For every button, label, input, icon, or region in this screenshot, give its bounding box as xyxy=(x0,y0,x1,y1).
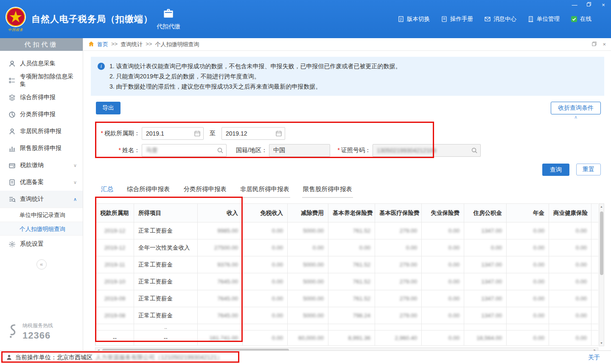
brand: 中国税务 自然人电子税务局（扣缴端） xyxy=(3,6,153,32)
nationality-input[interactable]: 中国 xyxy=(269,144,330,157)
home-icon xyxy=(88,41,94,48)
topnav-item[interactable]: 在线 xyxy=(571,15,591,23)
topnav-item[interactable]: 操作手册 xyxy=(441,15,473,23)
name-input[interactable]: 马蕾 xyxy=(142,144,227,157)
table-clip: 税款所属期所得项目收入免税收入减除费用基本养老保险费基本医疗保险费失业保险费住房… xyxy=(95,203,598,346)
cell-income-item: 正常工资薪金 xyxy=(134,290,198,307)
sidebar-item[interactable]: 分类所得申报 xyxy=(0,106,83,123)
horizontal-scroll-thumb[interactable] xyxy=(102,349,289,350)
cell-value: 0.00 xyxy=(549,239,591,256)
cell-period: 2019-12 xyxy=(96,239,134,256)
phone-icon xyxy=(7,323,19,340)
restore-button[interactable] xyxy=(586,2,592,8)
tab-item[interactable]: 汇总 xyxy=(100,185,114,198)
cell-value: 1347.00 xyxy=(464,222,507,239)
tab-item[interactable]: 限售股所得申报表 xyxy=(302,185,353,198)
scroll-up-arrow[interactable]: ▲ xyxy=(600,205,603,208)
period-end-input[interactable]: 2019.12 xyxy=(221,127,285,140)
calendar-icon[interactable] xyxy=(194,130,201,137)
chevron-up-icon: ∧ xyxy=(574,115,577,119)
window-controls: — × xyxy=(571,2,607,8)
cell-value: 0.00 xyxy=(549,307,591,324)
fold-wrap: 收折查询条件 ∧ xyxy=(551,102,601,119)
scroll-right-arrow[interactable]: ▶ xyxy=(594,349,596,351)
topnav-item[interactable]: 消息中心 xyxy=(484,15,516,23)
sidebar-item[interactable]: 查询统计∧ xyxy=(0,191,83,208)
cell-partial xyxy=(422,324,464,331)
cell-total-value: 60,000.00 xyxy=(288,331,328,346)
sidebar-item[interactable]: 专项附加扣除信息采集 xyxy=(0,72,83,89)
column-header: 失业保险费 xyxy=(422,204,464,222)
sidebar-subitem[interactable]: 个人扣缴明细查询 xyxy=(0,222,83,236)
sidebar-item[interactable]: 人员信息采集 xyxy=(0,55,83,72)
briefcase-icon xyxy=(163,8,174,20)
notice-box: i 1. 该查询统计表仅能查询已申报成功的数据，不包含未申报、申报失败，已申报但… xyxy=(91,57,604,96)
person-icon xyxy=(6,354,12,361)
tab-withholding-module[interactable]: 代扣代缴 xyxy=(149,8,188,31)
breadcrumb-item[interactable]: 个人扣缴明细查询 xyxy=(155,41,199,48)
topnav-item[interactable]: 版本切换 xyxy=(398,15,430,23)
calendar-icon[interactable] xyxy=(275,130,282,137)
search-icon[interactable] xyxy=(217,147,224,154)
table-total-row: ----161,741.000.0060,000.008,991.362,960… xyxy=(96,331,599,346)
id-number-input[interactable]: 130502199304212109 xyxy=(373,144,481,157)
sidebar-item[interactable]: 限售股所得申报 xyxy=(0,140,83,157)
scroll-left-arrow[interactable]: ◀ xyxy=(97,349,99,351)
about-link[interactable]: 关于 xyxy=(588,354,600,361)
to-label: 至 xyxy=(210,130,216,137)
cell-partial xyxy=(243,324,288,331)
sidebar-item[interactable]: 优惠备案∨ xyxy=(0,174,83,191)
scroll-down-arrow[interactable]: ▼ xyxy=(600,342,603,345)
cell-value: 761.52 xyxy=(328,222,375,239)
cell-period: 2019-09 xyxy=(96,290,134,307)
vertical-scroll-thumb[interactable] xyxy=(600,211,603,275)
sidebar-subitem[interactable]: 单位申报记录查询 xyxy=(0,208,83,222)
cell-value: 0.00 xyxy=(591,256,599,273)
panel-close-icon[interactable]: × xyxy=(603,42,606,47)
breadcrumb: 首页 >>查询统计>>个人扣缴明细查询 × xyxy=(83,38,611,51)
period-start-value: 2019.1 xyxy=(146,130,164,137)
cell-total-value: 0.00 xyxy=(591,331,599,346)
query-button[interactable]: 查询 xyxy=(542,164,569,176)
id-number-label: *证照号码： xyxy=(334,147,371,154)
period-start-input[interactable]: 2019.1 xyxy=(142,127,204,140)
user-icon xyxy=(8,128,16,135)
topnav-item[interactable]: 单位管理 xyxy=(527,15,560,23)
column-header: 免税收入 xyxy=(243,204,288,222)
sidebar-item-label: 非居民所得申报 xyxy=(20,128,62,135)
sidebar-collapse-button[interactable]: « xyxy=(36,259,47,270)
cell-value: 1347.00 xyxy=(464,307,507,324)
cell-value: 279.00 xyxy=(375,290,422,307)
reset-button[interactable]: 重置 xyxy=(576,164,601,175)
chevron-up-icon: ∧ xyxy=(73,197,77,202)
breadcrumb-home[interactable]: 首页 xyxy=(97,41,108,48)
cell-value: 7645.00 xyxy=(198,307,243,324)
vertical-scrollbar[interactable]: ▲ ▼ xyxy=(599,203,604,346)
close-button[interactable]: × xyxy=(600,2,607,8)
search-icon[interactable] xyxy=(471,147,478,154)
cell-partial xyxy=(464,324,507,331)
cell-value: 5000.00 xyxy=(288,290,328,307)
cell-value: 0.00 xyxy=(243,239,288,256)
cell-value: 0.00 xyxy=(243,290,288,307)
cell-income-item: 正常工资薪金 xyxy=(134,273,198,290)
tab-item[interactable]: 非居民所得申报表 xyxy=(239,185,290,198)
panel-restore-icon[interactable] xyxy=(592,42,597,47)
breadcrumb-separator: >> xyxy=(111,41,118,48)
hotline-label: 纳税服务热线 xyxy=(22,322,53,329)
minimize-button[interactable]: — xyxy=(571,2,578,8)
sidebar-item[interactable]: 综合所得申报 xyxy=(0,89,83,106)
cell-value: 0.00 xyxy=(507,290,549,307)
tab-item[interactable]: 综合所得申报表 xyxy=(126,185,171,198)
sidebar-item-label: 系统设置 xyxy=(20,240,44,248)
horizontal-scrollbar[interactable]: ◀ ▶ xyxy=(95,347,598,350)
cell-partial xyxy=(591,324,599,331)
breadcrumb-item[interactable]: 查询统计 xyxy=(121,41,143,48)
sidebar-item[interactable]: 非居民所得申报 xyxy=(0,123,83,140)
tab-item[interactable]: 分类所得申报表 xyxy=(183,185,228,198)
sidebar-item[interactable]: 税款缴纳∨ xyxy=(0,157,83,174)
fold-query-button[interactable]: 收折查询条件 xyxy=(551,102,601,114)
cell-partial xyxy=(328,324,375,331)
export-button[interactable]: 导出 xyxy=(96,102,121,114)
sidebar-item[interactable]: 系统设置 xyxy=(0,236,83,253)
